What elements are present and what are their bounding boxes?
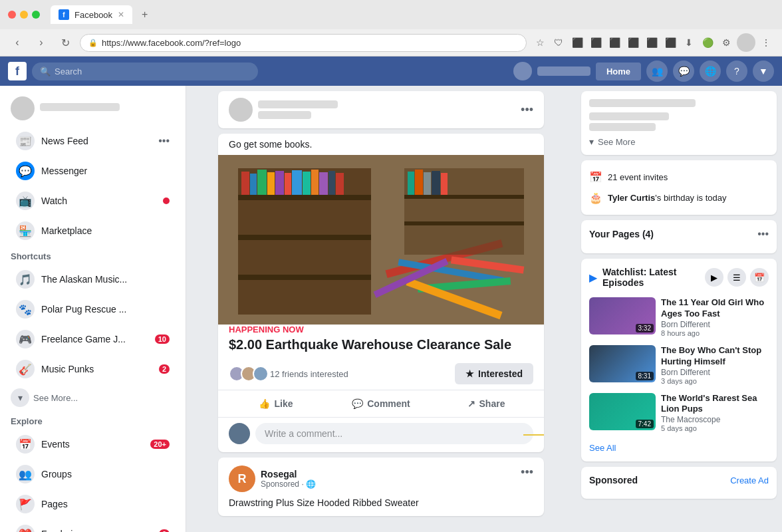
birthday-icon: 🎂 [589, 192, 602, 204]
minimize-dot[interactable] [20, 11, 28, 19]
watchlist-calendar-icon[interactable]: 📅 [750, 268, 769, 287]
sidebar-item-events-label: Events [41, 439, 144, 450]
top-post-menu-icon[interactable]: ••• [521, 103, 533, 117]
new-tab-button[interactable]: + [138, 7, 152, 22]
friends-count: 12 friends interested [270, 369, 348, 379]
online-icon[interactable]: 🟢 [700, 35, 716, 51]
pages-title: Your Pages (4) [589, 229, 654, 239]
extension4-icon[interactable]: ⬛ [625, 35, 641, 51]
svg-rect-11 [285, 173, 291, 195]
forward-button[interactable]: › [32, 33, 51, 52]
right-top-blur: ▾ See More [581, 91, 777, 155]
refresh-button[interactable]: ↻ [56, 33, 74, 52]
feed: ••• Go get some books. [186, 86, 576, 532]
watch-info-3: The World's Rarest Sea Lion Pups The Mac… [661, 393, 769, 433]
right-panel: ▾ See More 📅 21 event invites 🎂 Tyler Cu… [576, 86, 782, 532]
close-dot[interactable] [8, 11, 16, 19]
svg-rect-29 [424, 172, 431, 195]
interested-button[interactable]: ★ Interested [455, 363, 533, 384]
svg-rect-28 [415, 170, 423, 195]
sponsored-label: Sponsored [589, 475, 638, 485]
search-input[interactable] [55, 66, 250, 76]
extension3-icon[interactable]: ⬛ [606, 35, 622, 51]
pages-header: Your Pages (4) ••• [589, 228, 769, 240]
help-icon[interactable]: ? [726, 61, 747, 82]
newsfeed-icon: 📰 [16, 132, 35, 150]
home-button[interactable]: Home [596, 63, 641, 80]
menu-icon[interactable]: ⋮ [758, 35, 774, 51]
post-card-top: ••• [218, 91, 544, 128]
globe-icon[interactable]: 🌐 [700, 61, 721, 82]
back-button[interactable]: ‹ [8, 33, 27, 52]
sidebar-item-shortcut2-label: Polar Pug Rescue ... [41, 304, 170, 315]
sidebar-item-newsfeed-label: News Feed [41, 136, 152, 146]
sidebar-item-messenger[interactable]: 💬 Messenger [5, 156, 180, 186]
sidebar-item-watch[interactable]: 📺 Watch [5, 186, 180, 215]
watch-source-1: Born Different [661, 320, 769, 329]
search-icon: 🔍 [40, 66, 51, 76]
sidebar-item-marketplace[interactable]: 🏪 Marketplace [5, 216, 180, 245]
address-bar[interactable]: 🔒 https://www.facebook.com/?ref=logo [80, 34, 527, 52]
extension2-icon[interactable]: ⬛ [588, 35, 604, 51]
fundraisers-badge: 2 [159, 529, 170, 532]
browser-tab[interactable]: f Facebook ✕ [51, 5, 132, 24]
watchlist-play-icon[interactable]: ▶ [705, 268, 723, 287]
shield-icon[interactable]: 🛡 [551, 35, 567, 51]
top-post-meta-blur [258, 111, 311, 119]
share-label: Share [479, 398, 505, 409]
top-post-author-blur [258, 100, 338, 108]
shortcut3-icon: 🎮 [16, 330, 35, 348]
friends-icon[interactable]: 👥 [646, 61, 668, 82]
create-ad-link[interactable]: Create Ad [730, 475, 769, 485]
bookmark-icon[interactable]: ☆ [532, 35, 548, 51]
fundraisers-icon: ❤️ [16, 525, 35, 532]
sidebar-item-fundraisers[interactable]: ❤️ Fundraisers 2 [5, 519, 180, 532]
second-post-menu-icon[interactable]: ••• [521, 466, 533, 479]
dropdown-icon[interactable]: ▼ [753, 61, 774, 82]
comment-input[interactable] [255, 423, 533, 444]
watchlist-title: Watchlist: Latest Episodes [602, 267, 700, 288]
sidebar-item-shortcut1[interactable]: 🎵 The Alaskan Music... [5, 265, 180, 294]
sidebar-item-pages[interactable]: 🚩 Pages [5, 489, 180, 519]
watch-item-1[interactable]: 3:32 The 11 Year Old Girl Who Ages Too F… [589, 293, 769, 341]
newsfeed-more-icon: ••• [158, 135, 170, 147]
close-tab-button[interactable]: ✕ [118, 10, 124, 19]
event-invites-row[interactable]: 📅 21 event invites [589, 168, 769, 186]
profile-avatar[interactable] [737, 33, 755, 52]
sidebar-item-shortcut4[interactable]: 🎸 Music Punks 2 [5, 354, 180, 384]
sidebar-item-shortcut2[interactable]: 🐾 Polar Pug Rescue ... [5, 295, 180, 324]
download-icon[interactable]: ⬇ [681, 35, 697, 51]
extension5-icon[interactable]: ⬛ [644, 35, 660, 51]
sidebar-item-shortcut4-label: Music Punks [41, 364, 152, 374]
sidebar-item-groups[interactable]: 👥 Groups [5, 460, 180, 489]
comment-button[interactable]: 💬 Comment [328, 393, 434, 414]
shortcuts-see-more[interactable]: ▾ See More... [0, 384, 186, 411]
watchlist-list-icon[interactable]: ☰ [727, 268, 746, 287]
see-all-row[interactable]: See All [589, 442, 769, 454]
sidebar-item-events[interactable]: 📅 Events 20+ [5, 430, 180, 459]
settings-icon[interactable]: ⚙ [718, 35, 734, 51]
watch-item-3[interactable]: 7:42 The World's Rarest Sea Lion Pups Th… [589, 389, 769, 437]
fb-logo[interactable]: f [8, 62, 27, 80]
share-button[interactable]: ↗ Share [434, 393, 539, 414]
sidebar-item-newsfeed[interactable]: 📰 News Feed ••• [5, 126, 180, 156]
svg-rect-27 [408, 172, 414, 195]
browser-chrome: f Facebook ✕ + ‹ › ↻ 🔒 https://www.faceb… [0, 0, 782, 57]
pages-menu-icon[interactable]: ••• [757, 228, 769, 240]
svg-rect-14 [311, 170, 319, 195]
svg-rect-13 [303, 172, 311, 195]
maximize-dot[interactable] [32, 11, 40, 19]
extension6-icon[interactable]: ⬛ [662, 35, 678, 51]
extension1-icon[interactable]: ⬛ [569, 35, 585, 51]
like-button[interactable]: 👍 Like [223, 393, 328, 414]
birthday-row[interactable]: 🎂 Tyler Curtis's birthday is today [589, 189, 769, 207]
fb-search-bar[interactable]: 🔍 [32, 63, 258, 80]
see-more-row[interactable]: ▾ See More [589, 136, 769, 147]
see-all-label: See All [589, 443, 616, 453]
sidebar-item-shortcut3[interactable]: 🎮 Freelance Game J... 10 [5, 325, 180, 354]
messenger-icon[interactable]: 💬 [673, 61, 694, 82]
watch-source-2: Born Different [661, 368, 769, 377]
browser-titlebar: f Facebook ✕ + [0, 0, 782, 29]
watch-info-1: The 11 Year Old Girl Who Ages Too Fast B… [661, 297, 769, 337]
watch-item-2[interactable]: 8:31 The Boy Who Can't Stop Hurting Hims… [589, 341, 769, 389]
